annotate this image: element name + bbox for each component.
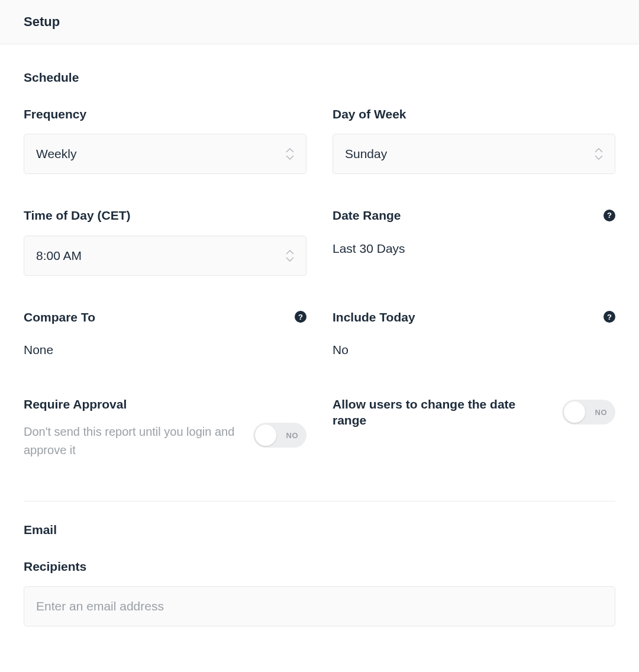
include-today-label: Include Today [333, 309, 415, 325]
frequency-value: Weekly [36, 147, 76, 161]
time-of-day-field: Time of Day (CET) 8:00 AM [24, 207, 306, 275]
allow-change-date-range-label: Allow users to change the date range [333, 396, 534, 429]
help-icon[interactable]: ? [604, 311, 615, 323]
recipients-label: Recipients [24, 558, 86, 574]
time-of-day-label: Time of Day (CET) [24, 207, 130, 223]
day-of-week-label: Day of Week [333, 106, 406, 122]
time-of-day-select[interactable]: 8:00 AM [24, 236, 306, 276]
schedule-grid: Frequency Weekly Day of Week Sunday [24, 106, 615, 459]
chevron-down-icon [286, 155, 294, 160]
compare-to-value: None [24, 337, 306, 363]
toggle-state-label: NO [595, 408, 608, 417]
frequency-select[interactable]: Weekly [24, 134, 306, 174]
help-icon[interactable]: ? [604, 210, 615, 221]
content-area: Schedule Frequency Weekly Day of Week Su… [0, 70, 639, 650]
stepper-icon [286, 148, 294, 160]
toggle-state-label: NO [286, 431, 299, 440]
compare-to-label: Compare To [24, 309, 95, 325]
toggle-knob [255, 425, 276, 446]
page-header: Setup [0, 0, 639, 44]
date-range-field: Date Range ? Last 30 Days [333, 207, 615, 275]
require-approval-label: Require Approval [24, 396, 306, 412]
day-of-week-select[interactable]: Sunday [333, 134, 615, 174]
recipients-field: Recipients [24, 558, 615, 626]
date-range-label: Date Range [333, 207, 401, 223]
recipients-input[interactable] [24, 586, 615, 626]
include-today-field: Include Today ? No [333, 309, 615, 363]
email-heading: Email [24, 523, 615, 537]
frequency-field: Frequency Weekly [24, 106, 306, 174]
require-approval-toggle[interactable]: NO [253, 423, 306, 448]
time-of-day-value: 8:00 AM [36, 249, 82, 263]
chevron-up-icon [595, 148, 603, 153]
help-icon[interactable]: ? [295, 311, 306, 323]
frequency-label: Frequency [24, 106, 86, 122]
require-approval-field: Require Approval Don't send this report … [24, 396, 306, 459]
section-divider [24, 501, 615, 501]
allow-change-date-range-toggle[interactable]: NO [562, 400, 615, 425]
require-approval-description: Don't send this report until you login a… [24, 423, 241, 459]
date-range-value: Last 30 Days [333, 236, 615, 262]
toggle-knob [564, 401, 585, 423]
stepper-icon [286, 250, 294, 262]
chevron-up-icon [286, 250, 294, 255]
day-of-week-value: Sunday [345, 147, 387, 161]
chevron-up-icon [286, 148, 294, 153]
chevron-down-icon [286, 257, 294, 262]
day-of-week-field: Day of Week Sunday [333, 106, 615, 174]
chevron-down-icon [595, 155, 603, 160]
stepper-icon [595, 148, 603, 160]
page-title: Setup [24, 14, 615, 30]
include-today-value: No [333, 337, 615, 363]
compare-to-field: Compare To ? None [24, 309, 306, 363]
schedule-heading: Schedule [24, 70, 615, 85]
allow-change-date-range-field: Allow users to change the date range NO [333, 396, 615, 459]
